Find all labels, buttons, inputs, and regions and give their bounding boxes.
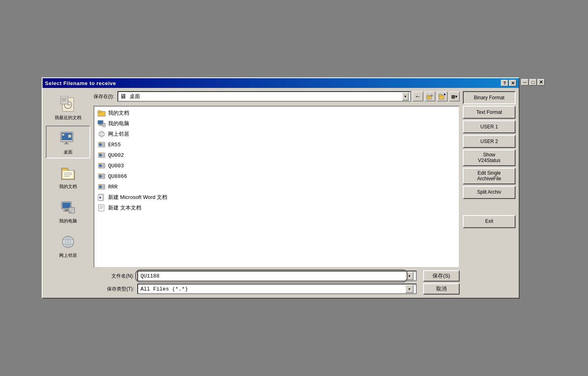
main-panel: 保存在(I): 🖥 桌面 ▼ ← [94,91,460,295]
svg-rect-32 [427,95,430,97]
sidebar-item-mypc[interactable]: 我的电脑 [46,194,90,227]
list-item[interactable]: QU8866 [96,171,457,181]
mydocs-icon [58,163,78,183]
right-panel: Binary Format Text Format USER 1 USER 2 … [463,91,516,295]
svg-point-47 [100,131,103,137]
save-in-label: 保存在(I): [94,93,114,100]
list-item[interactable]: RRR [96,182,457,192]
cancel-button[interactable]: 取消 [423,283,460,295]
toolbar-row: 保存在(I): 🖥 桌面 ▼ ← [94,91,460,102]
recent-icon [58,94,78,114]
list-item-name: 我的电脑 [108,120,129,127]
window-title: Select Filename to receive [45,80,116,86]
svg-rect-74 [99,184,101,185]
list-item[interactable]: 我的电脑 [96,119,457,128]
svg-rect-62 [99,164,102,167]
filetype-label: 保存类型(T): [94,286,134,293]
view-button[interactable]: ▦▾ [449,92,460,101]
svg-text:W: W [99,196,101,199]
filename-combo-arrow[interactable]: ▼ [405,272,413,280]
save-button[interactable]: 保存(S) [423,270,460,282]
list-item[interactable]: QU002 [96,150,457,160]
text-doc-icon [98,204,106,212]
svg-rect-12 [68,135,71,138]
list-item-name: 网上邻居 [108,130,129,138]
filename-row: 文件名(N): QU1188 ▼ 保存(S) [94,270,460,282]
text-format-button[interactable]: Text Format [463,106,516,119]
split-archiv-button[interactable]: Split Archiv [463,186,516,199]
new-folder-button[interactable] [437,92,447,101]
list-item[interactable]: 我的文档 [96,108,457,118]
edit-single-button[interactable]: Edit Single ArchiveFile [463,168,516,184]
file-list: 我的文档 我的电 [94,106,460,268]
svg-rect-78 [98,205,104,211]
filetype-row: 保存类型(T): All Files (*.*) ▼ 取消 [94,283,460,295]
filename-label: 文件名(N): [94,273,134,280]
svg-rect-59 [99,153,101,154]
drive-icon [98,151,106,159]
desktop-icon [58,129,78,148]
external-maximize-button[interactable]: □ [529,79,537,85]
up-folder-button[interactable] [425,92,435,101]
sidebar-item-recent[interactable]: 我最近的文档 [46,91,90,124]
svg-point-46 [99,131,104,137]
svg-rect-11 [64,143,69,144]
svg-rect-43 [98,125,102,126]
folder-icon [98,109,106,117]
external-controls: ─ □ ✕ [520,77,546,87]
user2-button[interactable]: USER 2 [463,135,516,148]
network-small-icon [98,130,106,138]
svg-point-53 [103,144,104,145]
list-item-name: 新建 Microsoft Word 文档 [108,194,167,201]
list-item[interactable]: 新建 文本文档 [96,203,457,213]
svg-rect-13 [62,134,64,136]
sidebar-item-desktop[interactable]: 桌面 [46,126,90,158]
binary-format-button[interactable]: Binary Format [463,91,516,104]
location-combo-arrow[interactable]: ▼ [402,92,409,100]
list-item-name: QU8866 [108,173,127,179]
sidebar-item-network[interactable]: 网上邻居 [46,229,90,262]
svg-rect-45 [103,124,105,126]
network-icon [58,232,78,252]
list-item[interactable]: ER55 [96,140,457,150]
list-item-name: QU003 [108,163,124,169]
drive-icon [98,162,106,170]
help-button[interactable]: ? [501,80,508,86]
dialog-body: 我最近的文档 桌面 [43,88,519,298]
svg-rect-4 [61,96,68,104]
svg-rect-67 [99,175,102,177]
sidebar-item-network-label: 网上邻居 [59,252,77,258]
list-item[interactable]: QU003 [96,161,457,171]
filename-value: QU1188 [141,273,405,279]
close-button[interactable]: ✕ [509,80,516,86]
bottom-fields: 文件名(N): QU1188 ▼ 保存(S) 保存类型(T): [94,270,460,295]
sidebar-item-mydocs[interactable]: 我的文档 [46,160,90,193]
list-item-name: ER55 [108,142,121,148]
filetype-combo-arrow[interactable]: ▼ [405,285,413,293]
show-v24-button[interactable]: Show V24Status [463,150,516,166]
list-item-name: 新建 文本文档 [108,204,141,212]
external-close-button[interactable]: ✕ [537,79,545,85]
list-item[interactable]: 网上邻居 [96,129,457,139]
list-item[interactable]: W 新建 Microsoft Word 文档 [96,192,457,202]
drive-icon [98,141,106,149]
location-combo-icon: 🖥 [120,93,126,100]
svg-rect-23 [70,208,74,212]
svg-rect-72 [99,186,102,188]
svg-rect-10 [66,142,67,143]
external-title-buttons: ─ □ ✕ [520,77,546,87]
word-doc-icon: W [98,193,106,201]
user1-button[interactable]: USER 1 [463,120,516,133]
svg-rect-41 [98,121,103,124]
location-combo[interactable]: 🖥 桌面 ▼ [117,91,411,102]
svg-rect-69 [99,174,101,175]
svg-rect-35 [439,94,442,96]
list-item-name: RRR [108,184,117,190]
back-button[interactable]: ← [413,92,423,101]
svg-rect-54 [99,142,101,143]
external-minimize-button[interactable]: ─ [521,79,528,85]
title-bar-buttons: ? ✕ [501,80,516,86]
mypc-icon [58,198,78,217]
svg-point-73 [103,186,104,188]
exit-button[interactable]: Exit [463,215,516,228]
